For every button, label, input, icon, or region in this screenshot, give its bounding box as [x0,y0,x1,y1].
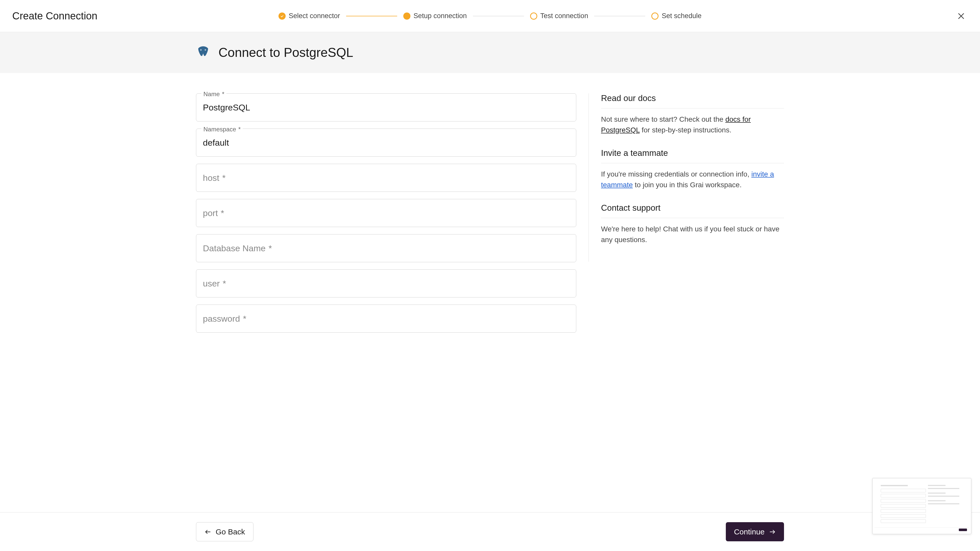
namespace-input[interactable] [203,138,570,148]
help-heading: Invite a teammate [601,148,784,163]
arrow-left-icon [204,528,212,535]
step-circle-icon [652,13,659,20]
help-text: We're here to help! Chat with us if you … [601,224,784,245]
main-content: Name * Namespace * host * port * [0,73,980,340]
field-password: password * [196,305,576,333]
step-select-connector: Select connector [278,12,340,20]
help-support-section: Contact support We're here to help! Chat… [601,203,784,245]
field-namespace: Namespace * [196,129,576,157]
field-label: Namespace * [201,126,243,133]
step-label: Set schedule [662,12,702,20]
help-text: If you're missing credentials or connect… [601,169,784,190]
field-port: port * [196,199,576,227]
svg-point-5 [205,49,206,50]
field-user: user * [196,269,576,297]
help-text: Not sure where to start? Check out the d… [601,114,784,135]
postgresql-icon [196,45,210,60]
button-label: Go Back [216,527,245,536]
field-label: Database Name * [203,243,272,253]
field-label: host * [203,173,226,183]
help-heading: Read our docs [601,94,784,108]
step-set-schedule: Set schedule [652,12,702,20]
step-connector [346,16,397,16]
subheader: Connect to PostgreSQL [0,32,980,73]
footer: Go Back Continue [0,512,980,551]
help-docs-section: Read our docs Not sure where to start? C… [601,94,784,135]
svg-point-4 [200,49,201,50]
go-back-button[interactable]: Go Back [196,522,253,541]
help-column: Read our docs Not sure where to start? C… [601,94,784,340]
check-icon [278,13,286,20]
step-setup-connection: Setup connection [403,12,467,20]
step-connector [473,16,524,16]
field-name: Name * [196,94,576,121]
page-title: Create Connection [12,10,97,22]
close-icon [956,11,966,21]
step-label: Select connector [289,12,340,20]
close-button[interactable] [955,10,968,23]
step-dot-icon [403,13,410,20]
name-input[interactable] [203,103,570,113]
step-label: Setup connection [414,12,467,20]
field-label: Name * [201,91,226,98]
button-label: Continue [734,527,765,536]
continue-button[interactable]: Continue [726,522,784,541]
header: Create Connection Select connector Setup… [0,0,980,32]
field-label: port * [203,208,224,218]
help-heading: Contact support [601,203,784,218]
stepper: Select connector Setup connection Test c… [278,12,702,20]
step-label: Test connection [540,12,588,20]
connector-title: Connect to PostgreSQL [218,45,353,60]
column-divider [589,94,589,262]
step-test-connection: Test connection [530,12,588,20]
field-label: user * [203,279,226,289]
step-connector [594,16,646,16]
arrow-right-icon [769,528,776,535]
field-label: password * [203,314,246,324]
field-database-name: Database Name * [196,234,576,262]
field-host: host * [196,164,576,192]
preview-thumbnail[interactable] [872,478,971,534]
step-circle-icon [530,13,537,20]
help-invite-section: Invite a teammate If you're missing cred… [601,148,784,190]
form-column: Name * Namespace * host * port * [196,94,576,340]
